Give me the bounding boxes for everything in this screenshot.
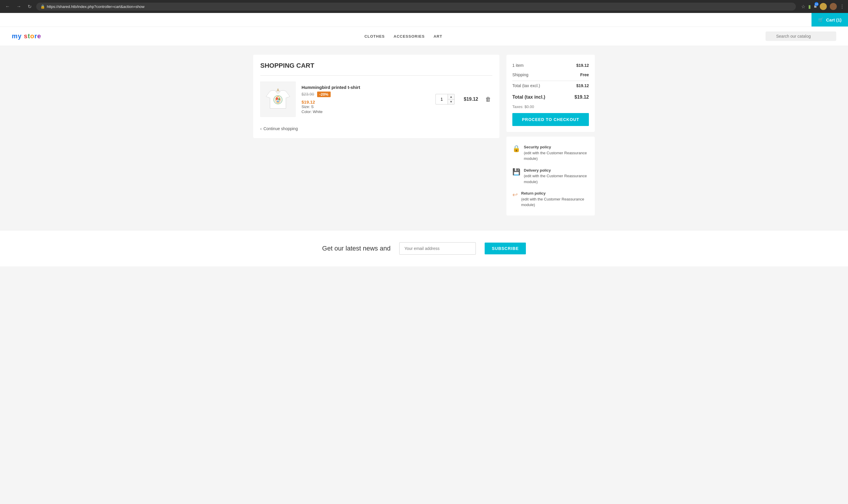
logo-my: my — [12, 32, 24, 40]
svg-point-6 — [277, 89, 278, 90]
svg-point-4 — [277, 101, 278, 102]
nav-art[interactable]: ART — [433, 34, 442, 39]
avatar-2 — [830, 3, 837, 10]
logo[interactable]: my store — [12, 32, 41, 40]
main-nav: CLOTHES ACCESSORIES ART — [364, 34, 442, 39]
item-color: Color: White — [302, 109, 430, 114]
return-policy-item: ↩ Return policy (edit with the Customer … — [512, 187, 589, 211]
nav-clothes[interactable]: CLOTHES — [364, 34, 385, 39]
star-icon[interactable]: ☆ — [801, 4, 805, 10]
shipping-value: Free — [580, 72, 589, 77]
shield-icon[interactable]: ▮ — [808, 4, 811, 10]
item-image — [260, 82, 295, 117]
cart-item: Hummingbird printed t-shirt $23.90 -20% … — [260, 82, 492, 123]
summary-card: 1 item $19.12 Shipping Free Total (tax e… — [506, 55, 595, 132]
quantity-input[interactable] — [436, 97, 448, 102]
top-cart-bar: 🛒 Cart (1) — [0, 13, 848, 27]
avatar-1 — [820, 3, 827, 10]
lock-icon: 🔒 — [512, 145, 520, 152]
tshirt-svg — [265, 86, 291, 112]
item-price-row: $23.90 -20% — [302, 92, 430, 97]
menu-icon[interactable]: ⋮ — [840, 4, 845, 10]
newsletter-title: Get our latest news and — [322, 245, 391, 252]
item-count-label: 1 item — [512, 63, 524, 68]
cart-section: SHOPPING CART — [253, 55, 499, 138]
delivery-policy-text: Delivery policy (edit with the Customer … — [524, 167, 589, 185]
footer-newsletter: Get our latest news and SUBSCRIBE — [0, 230, 848, 266]
forward-button[interactable]: → — [15, 3, 23, 10]
delete-item-button[interactable]: 🗑 — [484, 95, 492, 104]
item-details: Hummingbird printed t-shirt $23.90 -20% … — [302, 85, 430, 114]
policy-section: 🔒 Security policy (edit with the Custome… — [506, 137, 595, 216]
shipping-label: Shipping — [512, 72, 528, 77]
checkout-button[interactable]: PROCEED TO CHECKOUT — [512, 113, 589, 126]
item-total: $19.12 — [461, 96, 478, 102]
total-incl-value: $19.12 — [575, 94, 589, 100]
total-excl-value: $19.12 — [576, 83, 589, 88]
delivery-policy-title: Delivery policy — [524, 168, 551, 173]
summary-item-row: 1 item $19.12 — [512, 61, 589, 70]
refresh-button[interactable]: ↻ — [26, 3, 33, 11]
header: my store CLOTHES ACCESSORIES ART 🔍 — [0, 27, 848, 46]
return-icon: ↩ — [512, 191, 518, 199]
trash-icon: 🗑 — [485, 96, 491, 103]
price-original: $23.90 — [302, 92, 314, 96]
browser-actions: ☆ ▮ ■ 10 ⋮ — [801, 3, 845, 10]
security-policy-title: Security policy — [524, 145, 551, 149]
extension-badge[interactable]: ■ 10 — [814, 4, 817, 9]
summary-total-excl-row: Total (tax excl.) $19.12 — [512, 81, 589, 90]
qty-down-button[interactable]: ▼ — [448, 100, 454, 105]
qty-up-button[interactable]: ▲ — [448, 94, 454, 100]
main-content: SHOPPING CART — [247, 46, 601, 224]
total-excl-label: Total (tax excl.) — [512, 83, 540, 88]
qty-arrows: ▲ ▼ — [448, 94, 454, 104]
summary-section: 1 item $19.12 Shipping Free Total (tax e… — [506, 55, 595, 216]
item-size: Size: S — [302, 105, 430, 109]
continue-shopping-link[interactable]: ‹ Continue shopping — [260, 126, 492, 131]
summary-shipping-row: Shipping Free — [512, 70, 589, 79]
return-policy-title: Return policy — [521, 191, 546, 196]
search-input[interactable] — [765, 32, 836, 41]
search-wrap: 🔍 — [765, 32, 836, 41]
cart-title: SHOPPING CART — [260, 62, 492, 70]
return-policy-text: Return policy (edit with the Customer Re… — [521, 191, 589, 208]
url-bar[interactable]: 🔒 https://shared.htb/index.php?controlle… — [36, 3, 796, 11]
total-incl-label: Total (tax incl.) — [512, 94, 545, 100]
summary-total-incl-row: Total (tax incl.) $19.12 — [512, 90, 589, 102]
item-count-value: $19.12 — [576, 63, 589, 68]
discount-badge: -20% — [317, 92, 331, 97]
security-policy-text: Security policy (edit with the Customer … — [524, 144, 589, 162]
newsletter-email-input[interactable] — [399, 242, 476, 255]
chevron-left-icon: ‹ — [260, 126, 262, 131]
cart-button[interactable]: 🛒 Cart (1) — [811, 13, 848, 26]
delivery-policy-item: 💾 Delivery policy (edit with the Custome… — [512, 165, 589, 188]
cart-icon: 🛒 — [818, 17, 824, 22]
nav-accessories[interactable]: ACCESSORIES — [394, 34, 425, 39]
cart-button-label: Cart (1) — [826, 17, 842, 22]
security-policy-item: 🔒 Security policy (edit with the Custome… — [512, 141, 589, 165]
back-button[interactable]: ← — [3, 3, 12, 10]
subscribe-button[interactable]: SUBSCRIBE — [485, 242, 526, 254]
url-text: https://shared.htb/index.php?controller=… — [47, 4, 145, 9]
delivery-icon: 💾 — [512, 168, 520, 176]
price-current: $19.12 — [302, 100, 430, 105]
quantity-control[interactable]: ▲ ▼ — [435, 94, 455, 105]
cart-divider — [260, 75, 492, 76]
taxes-row: Taxes: $0.00 — [512, 102, 589, 111]
item-name: Hummingbird printed t-shirt — [302, 85, 430, 90]
browser-chrome: ← → ↻ 🔒 https://shared.htb/index.php?con… — [0, 0, 848, 13]
